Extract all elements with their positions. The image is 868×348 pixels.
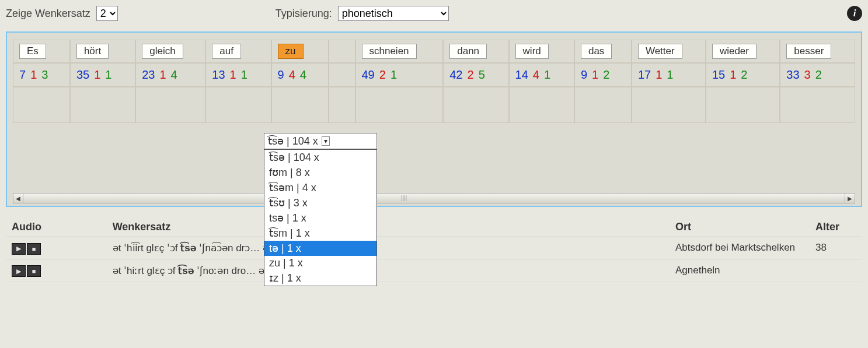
sentence-cell: ət ˈhiːrt glɛç ɔf t͡sə ˈʃnoːən dro… ər ˈ… (107, 259, 670, 282)
word-besser[interactable]: besser (786, 44, 831, 59)
variant-dropdown[interactable]: t͡sə | 104 x ▾ t͡sə | 104 xfʊm | 8 xt͡sə… (264, 133, 377, 286)
counts-das: 912 (574, 63, 632, 87)
col-age: Alter (810, 217, 862, 237)
h-scrollbar[interactable]: ◀ ||| ▶ (13, 193, 855, 203)
typisierung-select[interactable]: phonetisch (338, 6, 449, 21)
scroll-left-icon[interactable]: ◀ (13, 194, 23, 203)
table-row: ▶■ət ˈhiːrt glɛç ɔf t͡sə ˈʃnoːən dro… ər… (6, 259, 862, 282)
variant-dropdown-list[interactable]: t͡sə | 104 xfʊm | 8 xt͡səm | 4 xt͡sʊ | 3… (264, 149, 377, 286)
play-icon[interactable]: ▶ (12, 243, 26, 255)
play-icon[interactable]: ▶ (12, 265, 26, 277)
word-hört[interactable]: hört (76, 44, 109, 59)
counts-gleich: 2314 (135, 63, 205, 87)
place-cell: Agnetheln (670, 259, 810, 282)
counts-hört: 3511 (70, 63, 135, 87)
counts-wetter: 1711 (632, 63, 706, 87)
word-es[interactable]: Es (19, 44, 46, 59)
counts-zu: 944 (271, 63, 329, 87)
word-grid: EshörtgleichaufzuschneiendannwirddasWett… (13, 40, 855, 123)
stop-icon[interactable]: ■ (27, 265, 41, 277)
variant-option[interactable]: zu | 1 x (264, 256, 377, 270)
scroll-right-icon[interactable]: ▶ (845, 194, 855, 203)
counts-es: 713 (13, 63, 70, 87)
counts-row: 7133511231413119444921422514419121711151… (13, 63, 855, 87)
variant-option[interactable]: tsə | 1 x (264, 210, 377, 226)
col-sentence: Wenkersatz (107, 217, 670, 237)
scroll-track[interactable]: ||| (23, 194, 845, 203)
word-auf[interactable]: auf (212, 44, 241, 59)
age-cell: 38 (810, 237, 862, 260)
age-cell (810, 259, 862, 282)
typing-label: Typisierung: (276, 8, 332, 20)
word-wieder[interactable]: wieder (712, 44, 757, 59)
audio-controls[interactable]: ▶■ (12, 265, 41, 277)
counts-besser: 3332 (780, 63, 855, 87)
counts-auf: 1311 (205, 63, 271, 87)
blank-row (13, 87, 855, 123)
show-label: Zeige Wenkersatz (6, 8, 90, 20)
variant-option[interactable]: ɪz | 1 x (264, 270, 377, 286)
word-schneien[interactable]: schneien (362, 44, 417, 59)
col-place: Ort (670, 217, 810, 237)
table-header-row: Audio Wenkersatz Ort Alter (6, 217, 862, 237)
table-row: ▶■ət ˈhi͡irt glɛç ˈɔf t͡sə ˈʃna͡ɔən drɔ…… (6, 237, 862, 260)
sentence-cell: ət ˈhi͡irt glɛç ˈɔf t͡sə ˈʃna͡ɔən drɔ… ə… (107, 237, 670, 260)
counts-wird: 1441 (509, 63, 574, 87)
scroll-grip-icon: ||| (401, 195, 407, 201)
word-das[interactable]: das (581, 44, 612, 59)
variant-option[interactable]: fʊm | 8 x (264, 165, 377, 180)
stop-icon[interactable]: ■ (27, 243, 41, 255)
chevron-down-icon: ▾ (322, 136, 330, 146)
counts-dann: 4225 (443, 63, 508, 87)
col-audio: Audio (6, 217, 107, 237)
place-cell: Abtsdorf bei Marktschelken (670, 237, 810, 260)
info-icon[interactable]: i (847, 6, 862, 21)
word-dann[interactable]: dann (449, 44, 487, 59)
top-controls: Zeige Wenkersatz 2 Typisierung: phonetis… (6, 6, 862, 21)
word-row: EshörtgleichaufzuschneiendannwirddasWett… (13, 40, 855, 63)
results-table: Audio Wenkersatz Ort Alter ▶■ət ˈhi͡irt … (6, 217, 862, 282)
variant-option[interactable]: t͡sm | 1 x (264, 226, 377, 241)
word-panel: EshörtgleichaufzuschneiendannwirddasWett… (6, 31, 862, 207)
wenkersatz-select[interactable]: 2 (96, 6, 118, 21)
variant-option[interactable]: t͡sʊ | 3 x (264, 195, 377, 210)
word-wird[interactable]: wird (515, 44, 549, 59)
word-gleich[interactable]: gleich (142, 44, 183, 59)
variant-dropdown-value: t͡sə | 104 x (268, 135, 318, 147)
audio-controls[interactable]: ▶■ (12, 243, 41, 255)
word-wetter[interactable]: Wetter (638, 44, 682, 59)
word-zu[interactable]: zu (278, 44, 304, 59)
variant-option[interactable]: t͡səm | 4 x (264, 180, 377, 195)
variant-dropdown-closed[interactable]: t͡sə | 104 x ▾ (264, 133, 377, 149)
counts-schneien: 4921 (355, 63, 444, 87)
counts-wieder: 1512 (706, 63, 780, 87)
variant-option[interactable]: tə | 1 x (264, 241, 377, 256)
variant-option[interactable]: t͡sə | 104 x (264, 150, 377, 165)
